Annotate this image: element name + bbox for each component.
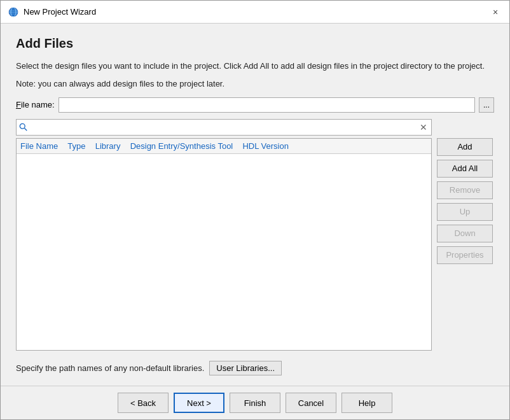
cancel-button[interactable]: Cancel	[286, 393, 336, 413]
main-content: Add Files Select the design files you wa…	[1, 24, 509, 386]
note-text: Note: you can always add design files to…	[16, 79, 494, 88]
file-name-label: File name:	[16, 100, 55, 109]
col-hdl-version[interactable]: HDL Version	[238, 141, 294, 151]
footer: < Back Next > Finish Cancel Help	[1, 386, 509, 419]
file-name-input[interactable]	[59, 97, 475, 113]
search-row: ✕	[16, 119, 432, 136]
down-button[interactable]: Down	[437, 225, 493, 242]
left-panel: ✕ File Name Type Library Design Entry/Sy…	[16, 119, 432, 351]
svg-point-5	[20, 123, 25, 129]
wizard-icon	[8, 7, 18, 17]
bottom-area: Specify the path names of any non-defaul…	[16, 361, 494, 375]
col-type[interactable]: Type	[63, 141, 90, 151]
user-lib-row: Specify the path names of any non-defaul…	[16, 361, 494, 375]
next-button[interactable]: Next >	[174, 393, 224, 413]
col-design-entry[interactable]: Design Entry/Synthesis Tool	[125, 141, 238, 151]
table-header: File Name Type Library Design Entry/Synt…	[17, 139, 431, 154]
window-title: New Project Wizard	[24, 7, 96, 17]
user-lib-label: Specify the path names of any non-defaul…	[16, 363, 204, 373]
close-button[interactable]: ×	[489, 6, 502, 18]
page-title: Add Files	[16, 36, 494, 51]
remove-button[interactable]: Remove	[437, 181, 493, 199]
help-button[interactable]: Help	[341, 393, 392, 413]
browse-button[interactable]: ...	[479, 97, 494, 113]
wizard-window: New Project Wizard × Add Files Select th…	[0, 0, 510, 420]
add-button[interactable]: Add	[437, 138, 493, 156]
add-all-button[interactable]: Add All	[437, 160, 493, 178]
description-text: Select the design files you want to incl…	[16, 60, 494, 73]
file-name-row: File name: ...	[16, 97, 494, 113]
properties-button[interactable]: Properties	[437, 246, 493, 264]
back-button[interactable]: < Back	[118, 393, 169, 413]
title-bar: New Project Wizard ×	[1, 1, 509, 24]
col-file-name[interactable]: File Name	[20, 141, 63, 151]
right-panel: Add Add All Remove Up Down Properties	[437, 119, 494, 351]
user-libraries-button[interactable]: User Libraries...	[209, 361, 282, 375]
search-icon	[19, 123, 28, 132]
finish-button[interactable]: Finish	[230, 393, 280, 413]
title-bar-left: New Project Wizard	[8, 7, 96, 17]
svg-line-6	[24, 128, 27, 130]
main-area: ✕ File Name Type Library Design Entry/Sy…	[16, 119, 494, 351]
table-body	[17, 154, 431, 281]
file-table: File Name Type Library Design Entry/Synt…	[16, 138, 432, 351]
up-button[interactable]: Up	[437, 203, 493, 221]
search-input[interactable]	[31, 122, 416, 132]
search-clear-button[interactable]: ✕	[418, 122, 429, 132]
col-library[interactable]: Library	[90, 141, 125, 151]
